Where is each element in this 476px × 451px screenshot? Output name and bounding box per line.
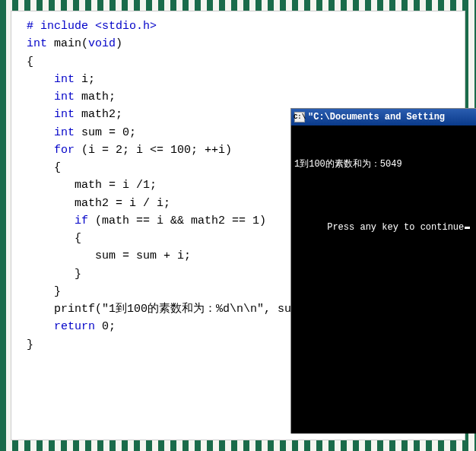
console-cursor xyxy=(465,227,470,229)
keyword-for: for xyxy=(27,144,75,157)
decl-i: i; xyxy=(75,73,95,86)
paren-close: ) xyxy=(116,37,122,50)
keyword-int: int xyxy=(27,126,75,139)
keyword-int: int xyxy=(27,73,75,86)
decl-sum: sum = 0; xyxy=(75,126,136,139)
return-val: 0; xyxy=(95,320,116,333)
keyword-int: int xyxy=(27,37,47,50)
if-cond: (math == i && math2 == 1) xyxy=(88,214,266,227)
console-body: 1到100的素数和为：5049 Press any key to continu… xyxy=(291,125,476,282)
console-window[interactable]: C:\ "C:\Documents and Setting 1到100的素数和为… xyxy=(290,108,476,434)
main-name: main( xyxy=(47,37,88,50)
console-prompt-line: Press any key to continue xyxy=(327,222,464,233)
decl-math2: math2; xyxy=(75,108,122,121)
keyword-return: return xyxy=(27,320,95,333)
console-title: "C:\Documents and Setting xyxy=(308,112,445,122)
console-output-line: 1到100的素数和为：5049 xyxy=(294,157,473,172)
console-icon: C:\ xyxy=(294,112,305,122)
console-titlebar[interactable]: C:\ "C:\Documents and Setting xyxy=(291,109,476,125)
keyword-int: int xyxy=(27,91,75,103)
preprocessor-include: # include <stdio.h> xyxy=(27,20,157,33)
decl-math: math; xyxy=(75,91,116,103)
keyword-int: int xyxy=(27,108,75,121)
brace-open: { xyxy=(27,53,460,71)
keyword-void: void xyxy=(88,37,116,50)
for-cond: (i = 2; i <= 100; ++i) xyxy=(75,144,232,157)
keyword-if: if xyxy=(27,214,88,227)
